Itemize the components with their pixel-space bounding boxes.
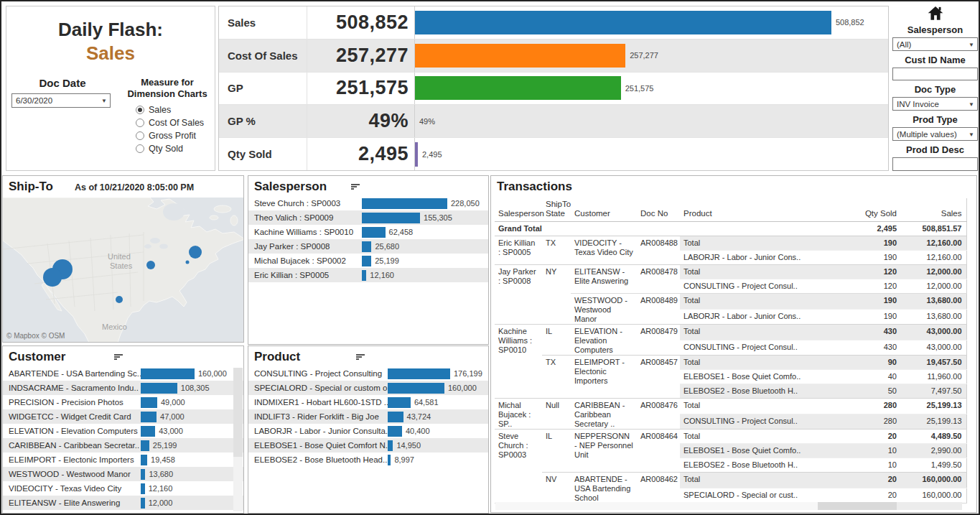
product-cell: CONSULTING - Project Consul.. bbox=[680, 340, 832, 356]
bar[interactable] bbox=[388, 426, 402, 437]
map-bubble-mark[interactable] bbox=[189, 246, 202, 259]
bar[interactable] bbox=[362, 270, 366, 281]
col-header-customer[interactable]: Customer bbox=[571, 198, 637, 222]
sort-descending-icon[interactable] bbox=[114, 354, 123, 361]
bar-row[interactable]: ELEIMPORT - Electonic Importers19,458 bbox=[3, 453, 243, 467]
bar[interactable] bbox=[388, 383, 444, 394]
map-bubble-mark[interactable] bbox=[146, 261, 155, 269]
sales-cell: 25,199.13 bbox=[901, 399, 966, 414]
transactions-row[interactable]: Kachine Williams : SP0010ILELEVATION - E… bbox=[495, 325, 966, 340]
radio-button-icon[interactable] bbox=[136, 144, 144, 153]
col-header-doc-no[interactable]: Doc No bbox=[637, 198, 680, 222]
map-bubble-mark[interactable] bbox=[43, 268, 62, 287]
bar-row[interactable]: Michal Bujacek : SP000225,199 bbox=[248, 254, 488, 268]
customer-scrollbar[interactable] bbox=[233, 368, 243, 511]
bar[interactable] bbox=[141, 426, 155, 437]
radio-button-icon[interactable] bbox=[136, 119, 144, 127]
kpi-gantt-tick[interactable] bbox=[415, 142, 418, 167]
col-header-product[interactable]: Product bbox=[680, 198, 832, 222]
bar[interactable] bbox=[141, 368, 195, 379]
bar[interactable] bbox=[362, 256, 371, 266]
bar-row[interactable]: CARIBBEAN - Caribbean Secretar..25,199 bbox=[3, 438, 243, 453]
prod-type-dropdown[interactable]: (Multiple values) ▼ bbox=[892, 127, 978, 141]
grand-total-row[interactable]: Grand Total 2,495 508,851.57 bbox=[495, 222, 966, 236]
map-canvas[interactable]: United States Mexico bbox=[3, 198, 243, 342]
prod-id-input[interactable] bbox=[892, 157, 978, 171]
kpi-bar[interactable] bbox=[415, 11, 831, 34]
shipto-map[interactable]: United States Mexico © Mapbox © OSM bbox=[3, 198, 243, 342]
bar-row[interactable]: VIDEOCITY - Texas Video City12,160 bbox=[3, 481, 243, 496]
map-bubble-mark[interactable] bbox=[116, 296, 123, 303]
col-header-salesperson[interactable]: Salesperson bbox=[495, 198, 542, 222]
bar-row[interactable]: INDLIFT3 - Rider Forklift - Big Joe43,72… bbox=[248, 409, 488, 424]
bar-value-label: 40,400 bbox=[406, 427, 430, 435]
bar-row[interactable]: Jay Parker : SP000825,680 bbox=[248, 239, 488, 254]
bar-row[interactable]: ELEBOSE1 - Bose Quiet Comfort N..14,950 bbox=[248, 438, 488, 453]
sort-descending-icon[interactable] bbox=[356, 354, 365, 361]
sort-descending-icon[interactable] bbox=[351, 184, 360, 190]
bar-row[interactable]: WIDGETCC - Widget Credit Card47,000 bbox=[3, 409, 243, 424]
transactions-hscrollbar[interactable] bbox=[495, 502, 962, 510]
bar[interactable] bbox=[141, 383, 177, 394]
measure-radio-option[interactable]: Cost Of Sales bbox=[136, 116, 215, 129]
bar[interactable] bbox=[141, 397, 157, 408]
bar[interactable] bbox=[362, 198, 447, 209]
bar-row[interactable]: ELITEANSW - Elite Answering12,000 bbox=[3, 496, 243, 510]
bar-row[interactable]: ABARTENDE - USA Bartending Sc..160,000 bbox=[3, 366, 243, 381]
bar-row[interactable]: LABORJR - Labor - Junior Consulta..40,40… bbox=[248, 424, 488, 438]
transactions-row[interactable]: Michal Bujacek : SP..NullCARIBBEAN - Car… bbox=[495, 399, 966, 414]
kpi-bar[interactable] bbox=[415, 76, 621, 100]
doc-date-dropdown[interactable]: 6/30/2020 ▼ bbox=[11, 93, 111, 108]
bar[interactable] bbox=[388, 455, 391, 465]
measure-radio-option[interactable]: Gross Profit bbox=[136, 129, 215, 142]
col-header-qty-sold[interactable]: Qty Sold bbox=[832, 198, 901, 222]
cust-id-input[interactable] bbox=[892, 68, 978, 81]
bar[interactable] bbox=[141, 455, 147, 465]
radio-button-icon[interactable] bbox=[136, 131, 144, 140]
bar[interactable] bbox=[388, 397, 411, 408]
bar[interactable] bbox=[141, 469, 145, 480]
kpi-label: Sales bbox=[219, 6, 307, 39]
transactions-row[interactable]: TXELEIMPORT - Electonic ImportersAR00845… bbox=[495, 356, 966, 370]
bar-row[interactable]: INDSACRAME - Sacramento Indu..108,305 bbox=[3, 381, 243, 395]
col-header-sales[interactable]: Sales bbox=[901, 198, 966, 222]
bar-row[interactable]: Kachine Williams : SP001062,458 bbox=[248, 225, 488, 239]
transactions-row[interactable]: Steve Church : SP0003ILNEPPERSONN - NEP … bbox=[495, 430, 966, 444]
scrollbar-thumb[interactable] bbox=[233, 368, 243, 457]
bar[interactable] bbox=[362, 241, 371, 252]
doc-type-dropdown[interactable]: INV Invoice ▼ bbox=[892, 97, 978, 111]
salesperson-filter-dropdown[interactable]: (All) ▼ bbox=[892, 37, 978, 51]
bar[interactable] bbox=[141, 440, 149, 451]
bar[interactable] bbox=[141, 498, 145, 509]
bar[interactable] bbox=[362, 213, 420, 223]
bar-row[interactable]: INDMIXER1 - Hobart HL600-1STD ..64,581 bbox=[248, 395, 488, 409]
bar-row[interactable]: CONSULTING - Project Consulting176,199 bbox=[248, 366, 488, 381]
bar[interactable] bbox=[388, 368, 450, 379]
bar-row[interactable]: ELEBOSE2 - Bose Bluetooth Head..8,997 bbox=[248, 453, 488, 467]
bar[interactable] bbox=[141, 483, 145, 494]
radio-button-icon[interactable] bbox=[136, 106, 144, 114]
measure-radio-option[interactable]: Qty Sold bbox=[136, 142, 215, 155]
map-bubble-mark[interactable] bbox=[186, 261, 190, 264]
bar-row[interactable]: ELEVATION - Elevation Computers43,000 bbox=[3, 424, 243, 438]
bar-row[interactable]: Theo Valich : SP0009155,305 bbox=[248, 210, 488, 225]
bar[interactable] bbox=[141, 412, 157, 422]
product-chart-panel: Product CONSULTING - Project Consulting1… bbox=[248, 345, 489, 514]
kpi-bar[interactable] bbox=[415, 44, 625, 68]
transactions-row[interactable]: Eric Killian : SP0005TXVIDEOCITY - Texas… bbox=[495, 236, 966, 251]
bar[interactable] bbox=[388, 440, 393, 451]
shipto-state-cell: NV bbox=[542, 473, 571, 504]
scrollbar-thumb[interactable] bbox=[818, 502, 897, 510]
bar-row[interactable]: PRECISION - Precision Photos49,000 bbox=[3, 395, 243, 409]
bar[interactable] bbox=[362, 227, 386, 238]
home-icon[interactable] bbox=[927, 6, 944, 21]
measure-radio-option[interactable]: Sales bbox=[136, 103, 215, 116]
bar-row[interactable]: SPECIALORD - Special or custom o..160,00… bbox=[248, 381, 488, 395]
bar-row[interactable]: WESTWOOD - Westwood Manor13,680 bbox=[3, 467, 243, 481]
transactions-row[interactable]: Jay Parker : SP0008NYELITEANSW - Elite A… bbox=[495, 265, 966, 279]
col-header-shipto-state[interactable]: ShipTo State bbox=[542, 198, 571, 222]
bar-row[interactable]: Eric Killian : SP000512,160 bbox=[248, 268, 488, 282]
bar-row[interactable]: Steve Church : SP0003228,050 bbox=[248, 196, 488, 210]
bar[interactable] bbox=[388, 412, 403, 422]
transactions-row[interactable]: NVABARTENDE - USA Bartending SchoolAR008… bbox=[495, 473, 966, 488]
